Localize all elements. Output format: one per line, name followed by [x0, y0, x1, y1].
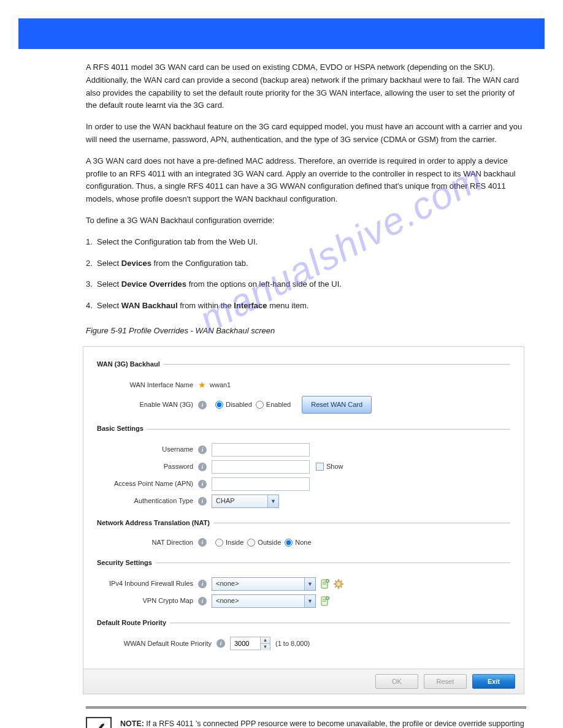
vpn-value: <none> [216, 596, 304, 607]
required-star-icon: ★ [198, 378, 206, 392]
label-auth-type: Authentication Type [97, 496, 198, 507]
vpn-select[interactable]: <none> ▼ [212, 594, 316, 608]
section-wan-backhaul: WAN (3G) Backhaul WAN Interface Name ★ w… [97, 359, 510, 418]
label-radio-disabled: Disabled [226, 400, 252, 411]
radio-outside[interactable] [247, 539, 255, 547]
info-icon[interactable]: i [198, 597, 207, 605]
step-4-a: Select [97, 301, 121, 310]
label-firewall-rules: IPv4 Inbound Firewall Rules [97, 578, 198, 590]
svg-point-5 [337, 583, 340, 585]
priority-hint: (1 to 8,000) [275, 639, 310, 650]
label-radio-enabled: Enabled [266, 400, 291, 411]
add-doc-icon[interactable] [320, 578, 331, 590]
label-password: Password [97, 461, 198, 472]
label-radio-none: None [295, 537, 311, 548]
note-body: If a RFS 4011 's connected PPP resource … [120, 719, 524, 728]
info-icon[interactable]: i [198, 580, 207, 588]
spinner-up-icon[interactable]: ▲ [261, 637, 270, 644]
info-icon[interactable]: i [198, 538, 207, 547]
info-icon[interactable]: i [198, 497, 207, 506]
password-input[interactable] [212, 460, 310, 474]
step-1: 1. Select the Configuration tab from the… [86, 236, 526, 249]
note-label: NOTE: [120, 719, 144, 728]
paragraph-3: A 3G WAN card does not have a pre-define… [86, 155, 526, 206]
step-3-a: Select [97, 279, 121, 289]
info-icon[interactable]: i [198, 480, 207, 488]
value-wan-interface-name: wwan1 [210, 380, 231, 391]
step-4-b: WAN Backhaul [121, 301, 178, 310]
section-route-priority: Default Route Priority WWAN Default Rout… [97, 618, 510, 654]
section-security: Security Settings IPv4 Inbound Firewall … [97, 558, 510, 612]
label-enable-wan: Enable WAN (3G) [97, 400, 198, 411]
check-icon: ✓ [86, 717, 112, 728]
section-nat: Network Address Translation (NAT) NAT Di… [97, 518, 510, 552]
add-doc-icon[interactable] [320, 596, 331, 607]
label-wwan-priority: WWAN Default Route Priority [97, 639, 216, 650]
label-vpn-crypto: VPN Crypto Map [97, 596, 198, 607]
info-icon[interactable]: i [198, 463, 207, 471]
legend-wan-backhaul: WAN (3G) Backhaul [97, 359, 164, 370]
label-apn: Access Point Name (APN) [97, 479, 198, 490]
wan-backhaul-dialog: WAN (3G) Backhaul WAN Interface Name ★ w… [83, 346, 524, 695]
section-basic-settings: Basic Settings Username i Password i Sho… [97, 423, 510, 512]
legend-route-priority: Default Route Priority [97, 618, 170, 629]
paragraph-1: A RFS 4011 model 3G WAN card can be used… [86, 61, 526, 112]
divider-top [86, 707, 526, 708]
legend-nat: Network Address Translation (NAT) [97, 518, 213, 529]
label-wan-interface-name: WAN Interface Name [97, 380, 198, 391]
svg-line-11 [341, 586, 342, 587]
step-4-c: from within the [178, 301, 234, 310]
priority-input[interactable] [231, 637, 260, 650]
step-2-a: Select [97, 259, 121, 268]
label-show: Show [326, 461, 343, 472]
spinner-down-icon[interactable]: ▼ [261, 644, 270, 650]
step-4: 4. Select WAN Backhaul from within the I… [86, 300, 526, 313]
legend-security: Security Settings [97, 558, 156, 569]
reset-wan-card-button[interactable]: Reset WAN Card [302, 396, 372, 414]
chevron-down-icon: ▼ [304, 595, 315, 607]
label-username: Username [97, 444, 198, 455]
username-input[interactable] [212, 443, 310, 457]
step-3-b: Device Overrides [121, 279, 186, 289]
apn-input[interactable] [212, 477, 310, 491]
step-3: 3. Select Device Overrides from the opti… [86, 278, 526, 291]
exit-button[interactable]: Exit [472, 674, 515, 689]
priority-spinner[interactable]: ▲ ▼ [230, 637, 270, 650]
dialog-footer: OK Reset Exit [83, 669, 524, 694]
ok-button[interactable]: OK [375, 674, 418, 689]
step-4-e: menu item. [267, 301, 309, 310]
auth-type-select[interactable]: CHAP ▼ [212, 495, 279, 508]
paragraph-2: In order to use the WAN backhaul feature… [86, 121, 526, 146]
reset-button[interactable]: Reset [424, 674, 467, 689]
step-2-c: from the Configuration tab. [151, 259, 248, 268]
svg-line-13 [341, 580, 342, 582]
step-1-text: Select the Configuration tab from the We… [97, 237, 258, 246]
page-header-bar [18, 18, 545, 49]
step-2: 2. Select Devices from the Configuration… [86, 257, 526, 270]
radio-inside[interactable] [215, 539, 223, 547]
label-nat-direction: NAT Direction [97, 537, 198, 548]
step-3-c: from the options on left-hand side of th… [186, 279, 342, 289]
label-radio-inside: Inside [226, 537, 243, 548]
chevron-down-icon: ▼ [267, 495, 278, 507]
label-radio-outside: Outside [258, 537, 281, 548]
svg-line-10 [335, 580, 337, 582]
info-icon[interactable]: i [198, 446, 207, 454]
firewall-value: <none> [216, 578, 304, 590]
chevron-down-icon: ▼ [304, 578, 315, 590]
paragraph-4: To define a 3G WAN Backhaul configuratio… [86, 214, 526, 227]
info-icon[interactable]: i [198, 401, 207, 409]
radio-enabled[interactable] [256, 401, 264, 409]
radio-none[interactable] [285, 539, 293, 547]
figure-caption: Figure 5-91 Profile Overrides - WAN Back… [86, 325, 526, 338]
gear-icon[interactable] [333, 578, 344, 590]
firewall-select[interactable]: <none> ▼ [212, 577, 316, 591]
info-icon[interactable]: i [216, 639, 225, 648]
auth-type-value: CHAP [216, 496, 267, 507]
step-2-b: Devices [121, 259, 151, 268]
note-text: NOTE: If a RFS 4011 's connected PPP res… [120, 717, 526, 728]
svg-line-12 [335, 586, 337, 587]
radio-disabled[interactable] [215, 401, 223, 409]
show-password-checkbox[interactable] [316, 463, 324, 471]
step-4-d: Interface [234, 301, 267, 310]
